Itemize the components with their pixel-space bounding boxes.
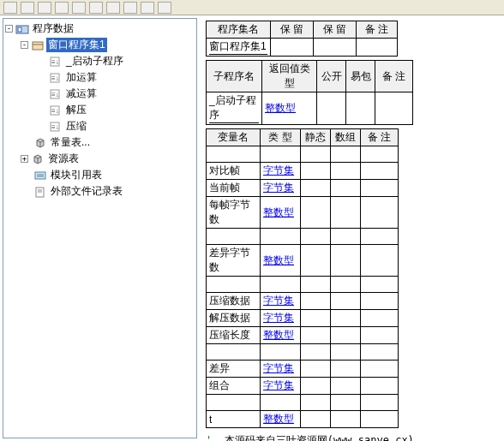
cell[interactable] (361, 245, 399, 277)
cell[interactable] (301, 378, 331, 395)
cell-type[interactable]: 字节集 (261, 180, 301, 197)
cell-type[interactable] (261, 277, 301, 293)
cell[interactable] (361, 146, 399, 163)
cell[interactable] (361, 277, 399, 293)
expander-icon[interactable]: + (21, 155, 28, 163)
cell[interactable] (331, 180, 361, 197)
cell-varname[interactable]: 差异 (207, 361, 261, 378)
cell[interactable] (357, 39, 398, 57)
cell[interactable] (361, 411, 399, 428)
tree-root[interactable]: -程序数据 (5, 21, 195, 37)
tree-item[interactable]: ≡↓加运算 (36, 69, 195, 86)
cell-type[interactable]: 整数型 (261, 411, 301, 428)
cell[interactable] (361, 378, 399, 395)
cell[interactable] (361, 361, 399, 378)
cell[interactable] (301, 229, 331, 245)
cell[interactable] (301, 146, 331, 163)
cell[interactable] (301, 411, 331, 428)
cell[interactable] (331, 361, 361, 378)
cell[interactable] (346, 92, 375, 125)
cell[interactable] (301, 327, 331, 344)
tb-btn[interactable] (158, 2, 171, 14)
cell-rettype[interactable]: 整数型 (262, 92, 317, 125)
cell-varname[interactable]: 压缩数据 (207, 293, 261, 310)
code-area[interactable]: ' 本源码来自三叶资源网(www.sanye.cx)' 对比帧 ＝ 读入文件 (… (206, 433, 499, 441)
cell[interactable] (375, 92, 413, 125)
tb-btn[interactable] (72, 2, 86, 14)
cell-varname[interactable]: 每帧字节数 (207, 197, 261, 229)
cell[interactable] (331, 310, 361, 327)
cell-varname[interactable] (207, 229, 261, 245)
tb-btn[interactable] (123, 2, 137, 14)
tb-btn[interactable] (38, 2, 51, 14)
cell-varname[interactable] (207, 277, 261, 293)
cell[interactable] (361, 197, 399, 229)
cell[interactable] (301, 163, 331, 180)
cell[interactable] (301, 395, 331, 411)
cell-type[interactable] (261, 229, 301, 245)
cell[interactable] (301, 293, 331, 310)
cell[interactable] (331, 411, 361, 428)
tree-item[interactable]: -窗口程序集1 (21, 37, 195, 53)
tree-item[interactable]: +资源表 (21, 151, 195, 167)
cell[interactable] (331, 197, 361, 229)
cell[interactable] (331, 395, 361, 411)
cell[interactable] (331, 293, 361, 310)
cell[interactable] (361, 229, 399, 245)
cell-varname[interactable] (207, 146, 261, 163)
cell[interactable] (331, 344, 361, 361)
tb-btn[interactable] (141, 2, 154, 14)
cell[interactable] (301, 277, 331, 293)
expander-icon[interactable]: - (21, 41, 28, 49)
cell-varname[interactable]: 压缩长度 (207, 327, 261, 344)
cell-varname[interactable]: t (207, 411, 261, 428)
cell[interactable] (331, 229, 361, 245)
tb-btn[interactable] (55, 2, 69, 14)
cell[interactable] (317, 92, 346, 125)
cell-varname[interactable]: 差异字节数 (207, 245, 261, 277)
cell-type[interactable]: 整数型 (261, 197, 301, 229)
cell-subname[interactable]: _启动子程序 (207, 92, 262, 125)
tb-btn[interactable] (3, 2, 17, 14)
cell-varname[interactable] (207, 344, 261, 361)
cell-type[interactable]: 字节集 (261, 378, 301, 395)
tree-item[interactable]: ≡↓_启动子程序 (36, 53, 195, 69)
cell-type[interactable]: 字节集 (261, 293, 301, 310)
cell-psname[interactable]: 窗口程序集1 (207, 39, 271, 57)
cell[interactable] (361, 327, 399, 344)
cell[interactable] (361, 310, 399, 327)
tree-item[interactable]: 外部文件记录表 (21, 183, 195, 200)
tree-item[interactable]: ≡↓解压 (36, 102, 195, 118)
cell-varname[interactable]: 解压数据 (207, 310, 261, 327)
tb-btn[interactable] (106, 2, 120, 14)
cell[interactable] (331, 245, 361, 277)
tree-item[interactable]: 常量表... (21, 134, 195, 151)
cell[interactable] (331, 146, 361, 163)
cell-varname[interactable]: 组合 (207, 378, 261, 395)
cell[interactable] (331, 327, 361, 344)
cell[interactable] (331, 378, 361, 395)
cell-type[interactable] (261, 344, 301, 361)
cell[interactable] (361, 293, 399, 310)
cell[interactable] (331, 277, 361, 293)
tree-item[interactable]: 模块引用表 (21, 167, 195, 183)
cell[interactable] (361, 163, 399, 180)
cell[interactable] (301, 180, 331, 197)
cell[interactable] (361, 395, 399, 411)
cell-type[interactable]: 字节集 (261, 361, 301, 378)
cell-type[interactable]: 整数型 (261, 245, 301, 277)
cell[interactable] (361, 344, 399, 361)
cell-type[interactable] (261, 146, 301, 163)
cell[interactable] (361, 180, 399, 197)
cell[interactable] (301, 310, 331, 327)
cell[interactable] (301, 245, 331, 277)
tree-item[interactable]: ≡↓压缩 (36, 118, 195, 134)
cell[interactable] (301, 344, 331, 361)
cell[interactable] (301, 197, 331, 229)
cell-type[interactable] (261, 395, 301, 411)
cell-varname[interactable]: 对比帧 (207, 163, 261, 180)
tree-item[interactable]: ≡↓减运算 (36, 86, 195, 102)
cell[interactable] (271, 39, 314, 57)
cell[interactable] (301, 361, 331, 378)
tb-btn[interactable] (89, 2, 103, 14)
